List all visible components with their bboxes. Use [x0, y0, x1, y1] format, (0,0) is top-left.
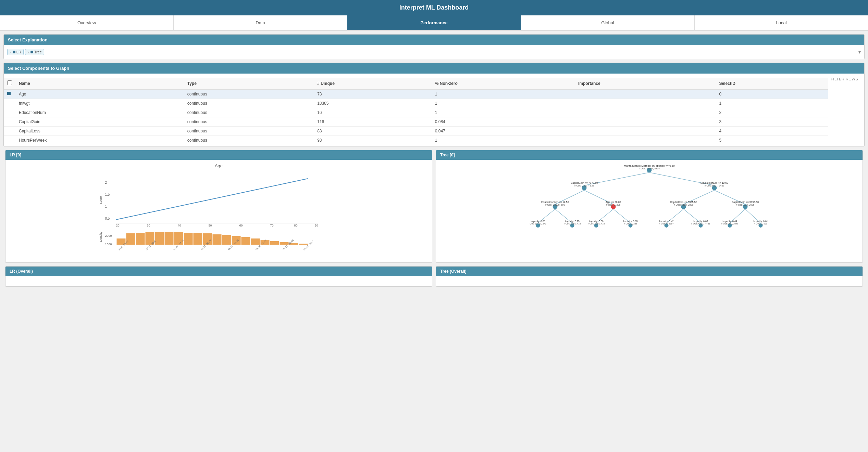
cell-name-2: EducationNum	[15, 108, 184, 117]
svg-text:Age <= 20.00: Age <= 20.00	[606, 201, 621, 204]
svg-text:# Obs: 6, 2397: # Obs: 6, 2397	[659, 222, 674, 225]
cell-selectid-4: 4	[716, 127, 828, 136]
cell-importance-1	[575, 99, 716, 108]
cell-importance-4	[575, 127, 716, 136]
svg-rect-25	[194, 233, 202, 245]
table-row[interactable]: WorkClass. ? categorical 2 0.056 6	[4, 145, 828, 146]
svg-rect-22	[165, 232, 174, 245]
table-row[interactable]: CapitalLoss continuous 88 0.047 4	[4, 127, 828, 136]
cell-name-0: Age	[15, 89, 184, 99]
tab-performance[interactable]: Performance	[347, 15, 521, 30]
cell-type-4: continuous	[184, 127, 314, 136]
filter-rows-button[interactable]: FILTER ROWS	[828, 76, 861, 82]
lr-overall-title: LR (Overall)	[10, 269, 33, 274]
svg-rect-21	[155, 232, 164, 245]
tab-data[interactable]: Data	[174, 15, 347, 30]
tags-area[interactable]: × LR × Tree ▾	[4, 45, 864, 59]
cell-importance-2	[575, 108, 716, 117]
svg-text:60: 60	[239, 224, 243, 227]
cell-selectid-2: 2	[716, 108, 828, 117]
svg-text:CapitalGain <= 5095.50: CapitalGain <= 5095.50	[732, 201, 759, 204]
svg-text:20: 20	[116, 224, 120, 227]
cell-type-3: continuous	[184, 117, 314, 127]
cell-type-2: continuous	[184, 108, 314, 117]
cell-selectid-6: 6	[716, 145, 828, 146]
table-row[interactable]: Age continuous 73 1 0	[4, 89, 828, 99]
cell-name-6: WorkClass. ?	[15, 145, 184, 146]
svg-text:# Obs: 6557, 5426: # Obs: 6557, 5426	[705, 184, 724, 187]
row-indicator-2	[7, 110, 8, 115]
select-explanation-card: Select Explanation × LR × Tree ▾	[3, 34, 865, 59]
svg-text:EducationNum <= 12.50: EducationNum <= 12.50	[541, 201, 569, 204]
tree-overall-panel: Tree (Overall)	[436, 266, 863, 287]
cell-importance-0	[575, 89, 716, 99]
tag-tree-remove[interactable]: ×	[27, 50, 29, 54]
cell-nonzero-2: 1	[432, 108, 575, 117]
cell-type-0: continuous	[184, 89, 314, 99]
tree-panel-header: Tree [0]	[436, 150, 863, 160]
svg-text:90: 90	[315, 224, 318, 227]
lr-overall-body	[5, 276, 432, 286]
col-name: Name	[15, 78, 184, 89]
app-title: Interpret ML Dashboard	[399, 4, 469, 11]
col-type: Type	[184, 78, 314, 89]
tag-lr[interactable]: × LR	[7, 49, 24, 55]
svg-rect-31	[251, 238, 260, 245]
lr-chart-svg: 2 1.5 1 0.5 Score 20 30 40 50 60 70 80 9…	[9, 170, 429, 256]
lr-panel-body: Age 2 1.5 1 0.5 Score 20 30 40 50 60 70	[5, 160, 432, 256]
tab-local[interactable]: Local	[695, 15, 868, 30]
svg-text:# Obs: 073, 2606: # Obs: 073, 2606	[736, 204, 755, 206]
cell-nonzero-6: 0.056	[432, 145, 575, 146]
tag-lr-remove[interactable]: ×	[10, 50, 12, 54]
svg-text:# Obs: 3, 560: # Obs: 3, 560	[754, 222, 767, 225]
svg-text:Obs: 10767, 276: Obs: 10767, 276	[530, 222, 546, 225]
cell-unique-4: 88	[314, 127, 432, 136]
col-nonzero: % Non-zero	[432, 78, 575, 89]
app-header: Interpret ML Dashboard	[0, 0, 868, 15]
lr-panel-header: LR [0]	[5, 150, 432, 160]
svg-text:0.5: 0.5	[105, 217, 110, 220]
select-all-checkbox[interactable]	[7, 80, 12, 85]
lr-panel-title: LR [0]	[10, 153, 21, 157]
tag-tree[interactable]: × Tree	[25, 49, 44, 55]
cell-selectid-0: 0	[716, 89, 828, 99]
cell-nonzero-4: 0.047	[432, 127, 575, 136]
select-components-card: Select Components to Graph FILTER ROWS N…	[3, 63, 865, 146]
svg-text:# Obs: 2361, 414: # Obs: 2361, 414	[564, 222, 581, 225]
col-selectid: SelectID	[716, 78, 828, 89]
row-indicator-3	[7, 119, 8, 124]
table-row[interactable]: CapitalGain continuous 116 0.084 3	[4, 117, 828, 127]
svg-text:EducationNum <= 12.50: EducationNum <= 12.50	[700, 181, 728, 184]
svg-text:# Obs: 2361, 414: # Obs: 2361, 414	[588, 222, 605, 225]
table-row[interactable]: fnlwgt continuous 18385 1 1	[4, 99, 828, 108]
table-row[interactable]: EducationNum continuous 16 1 2	[4, 108, 828, 117]
lr-chart-title: Age	[9, 163, 429, 168]
cell-name-5: HoursPerWeek	[15, 136, 184, 145]
tab-global[interactable]: Global	[521, 15, 695, 30]
svg-rect-24	[184, 233, 193, 245]
cell-nonzero-0: 1	[432, 89, 575, 99]
svg-text:# Obs: 6557, 7,423: # Obs: 6557, 7,423	[691, 222, 710, 225]
svg-text:# Obs: 6, 238: # Obs: 6, 238	[624, 222, 637, 225]
tags-dropdown-arrow[interactable]: ▾	[858, 49, 861, 55]
svg-text:79.57 - 83.05: 79.57 - 83.05	[282, 239, 294, 251]
tag-lr-label: LR	[16, 50, 21, 54]
cell-selectid-5: 5	[716, 136, 828, 145]
svg-text:# Obs: 19694, 6354: # Obs: 19694, 6354	[639, 167, 660, 170]
svg-text:2000: 2000	[105, 234, 112, 237]
table-row[interactable]: HoursPerWeek continuous 93 1 5	[4, 136, 828, 145]
cell-nonzero-3: 0.084	[432, 117, 575, 127]
cell-importance-3	[575, 117, 716, 127]
tab-overview[interactable]: Overview	[0, 15, 174, 30]
svg-text:30: 30	[147, 224, 150, 227]
tree-panel-body: MaritalStatus: Married-civ-spouse <= 0.5…	[436, 160, 863, 262]
components-table-container[interactable]: Name Type # Unique % Non-zero Importance…	[4, 78, 828, 146]
svg-text:1.5: 1.5	[105, 193, 110, 196]
svg-text:1: 1	[105, 205, 107, 208]
tree-overall-title: Tree (Overall)	[440, 269, 467, 274]
cell-unique-1: 18385	[314, 99, 432, 108]
svg-text:CapitalGain <= 5055.50: CapitalGain <= 5055.50	[670, 201, 697, 204]
cell-nonzero-5: 1	[432, 136, 575, 145]
row-indicator-5	[7, 138, 8, 143]
tag-tree-label: Tree	[34, 50, 42, 54]
